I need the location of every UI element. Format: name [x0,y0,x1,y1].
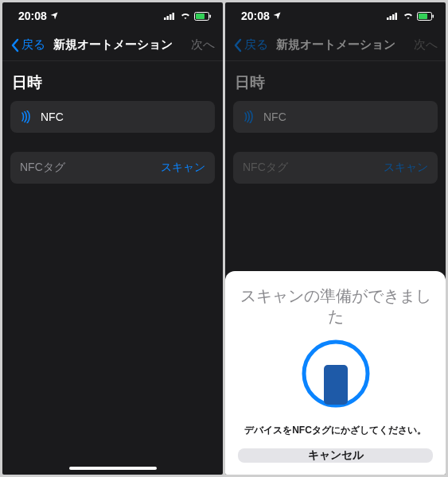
svg-rect-3 [173,13,175,20]
nfc-tag-row: NFCタグ スキャン [233,152,438,184]
svg-rect-0 [164,17,166,20]
svg-rect-7 [387,17,389,20]
nfc-row[interactable]: NFC [10,101,215,133]
back-button: 戻る [233,37,273,52]
cancel-label: キャンセル [308,448,364,463]
svg-rect-8 [390,16,392,20]
nfc-label: NFC [263,111,428,123]
back-button[interactable]: 戻る [10,37,50,52]
home-indicator[interactable] [69,467,157,470]
section-header: 日時 [10,68,215,101]
svg-rect-9 [392,14,395,20]
svg-rect-13 [419,14,427,19]
status-bar: 20:08 [2,2,223,29]
svg-rect-12 [433,14,434,17]
scan-action[interactable]: スキャン [161,161,205,175]
svg-rect-10 [395,13,398,20]
nfc-icon [243,111,255,123]
chevron-left-icon [10,38,20,52]
svg-rect-6 [196,14,205,19]
sheet-title: スキャンの準備ができました [238,285,433,327]
location-icon [273,10,281,22]
phone-right: 20:08 戻る 新規オートメーション 次へ 日時 NFC NFCタグ スキ [225,2,446,475]
svg-rect-2 [169,14,172,20]
content: 日時 NFC NFCタグ スキャン [2,61,223,475]
back-label: 戻る [244,37,268,52]
nfc-label: NFC [41,111,205,123]
nav-bar: 戻る 新規オートメーション 次へ [225,29,446,61]
nfc-tag-label: NFCタグ [20,161,161,175]
status-indicators [164,12,212,21]
status-bar: 20:08 [225,2,446,29]
nav-bar: 戻る 新規オートメーション 次へ [2,29,223,61]
sheet-message: デバイスをNFCタグにかざしてください。 [244,424,427,437]
nav-title: 新規オートメーション [53,37,173,52]
svg-rect-15 [324,365,348,405]
nfc-icon [20,111,33,123]
svg-rect-5 [210,14,212,17]
nfc-scan-sheet: スキャンの準備ができました デバイスをNFCタグにかざしてください。 キャンセル [225,271,446,475]
next-button[interactable]: 次へ [175,37,215,52]
status-indicators [387,12,434,21]
nfc-row: NFC [233,101,438,133]
nfc-scan-graphic [302,339,370,408]
svg-rect-1 [167,16,169,20]
section-header: 日時 [233,68,438,101]
phone-left: 20:08 戻る 新規オートメーション 次へ 日時 NFC NFCタグ スキ [2,2,223,475]
chevron-left-icon [233,38,243,52]
nav-title: 新規オートメーション [276,37,395,52]
nfc-tag-label: NFCタグ [243,161,384,175]
cancel-button[interactable]: キャンセル [238,448,433,463]
scan-action: スキャン [384,161,428,175]
location-icon [50,10,58,22]
status-time: 20:08 [241,10,270,22]
status-time: 20:08 [18,10,47,22]
next-button: 次へ [398,37,438,52]
nfc-tag-row[interactable]: NFCタグ スキャン [10,152,215,184]
back-label: 戻る [21,37,45,52]
